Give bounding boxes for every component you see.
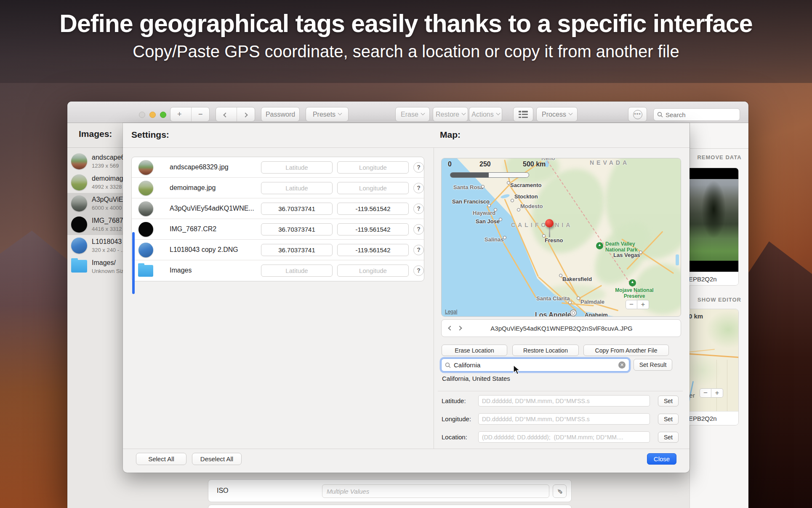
map-view[interactable]: NEVADA CALIFORNIA Reno Santa Rosa Sacram… <box>441 158 681 317</box>
current-filename: A3pQuViEy54adKQ1WNEPB2Q2nSvlF8cuvA.JPG <box>442 325 682 332</box>
city-label: Modesto <box>520 203 543 209</box>
location-entry-input[interactable] <box>478 431 650 443</box>
photo-thumbnail <box>71 195 87 211</box>
file-name: A3pQuViEy54adKQ1W <box>92 196 123 203</box>
city-dot <box>494 208 497 211</box>
deselect-all-button[interactable]: Deselect All <box>192 453 242 465</box>
chevron-down-icon <box>568 111 572 115</box>
iso-input[interactable] <box>322 484 549 498</box>
set-longitude-button[interactable]: Set <box>658 414 679 425</box>
file-name: andscape68329.jpg <box>92 154 123 161</box>
location-search-input[interactable] <box>454 361 615 369</box>
minimize-window-button[interactable] <box>149 112 156 118</box>
longitude-entry-input[interactable] <box>478 413 650 425</box>
help-button[interactable]: ? <box>413 162 424 173</box>
password-button[interactable]: Password <box>261 107 300 122</box>
help-button[interactable]: ? <box>413 183 424 193</box>
table-row[interactable]: demoimage.jpg ? <box>132 178 424 198</box>
actions-dropdown[interactable]: Actions <box>469 107 502 122</box>
longitude-input[interactable] <box>337 161 409 174</box>
toolbar-search-input[interactable] <box>666 111 736 118</box>
city-dot <box>499 218 502 221</box>
location-search-field[interactable]: ✕ <box>441 358 629 372</box>
sidebar-item-a3pquvi[interactable]: A3pQuViEy54adKQ1W 6000 x 4000 <box>67 193 123 214</box>
ellipsis-icon: ••• <box>633 110 642 119</box>
zoom-window-button[interactable] <box>160 112 166 118</box>
set-latitude-button[interactable]: Set <box>658 396 679 406</box>
latitude-input[interactable] <box>261 203 333 215</box>
latitude-label: Latitude: <box>442 397 466 404</box>
clear-search-icon[interactable]: ✕ <box>618 361 626 369</box>
process-dropdown[interactable]: Process <box>536 107 578 122</box>
city-dot <box>568 301 572 304</box>
map-scale-bar <box>450 172 529 178</box>
restore-location-button[interactable]: Restore Location <box>512 345 579 356</box>
zoom-in-button[interactable]: + <box>637 300 649 309</box>
legal-link[interactable]: Legal <box>445 309 457 315</box>
map-preview[interactable]: 0 km ier − + <box>687 309 738 411</box>
city-label: Stockton <box>514 193 538 200</box>
more-options-button[interactable]: ••• <box>628 107 647 122</box>
remove-files-button[interactable]: − <box>191 107 209 121</box>
close-button[interactable]: Close <box>647 453 676 465</box>
longitude-input[interactable] <box>337 223 409 235</box>
table-row[interactable]: A3pQuViEy54adKQ1WNE... ? <box>132 198 424 219</box>
show-editor-label[interactable]: SHOW EDITOR <box>690 297 748 303</box>
close-window-button[interactable] <box>139 112 145 118</box>
erase-dropdown[interactable]: Erase <box>395 107 430 122</box>
help-button[interactable]: ? <box>413 265 424 276</box>
edit-icon[interactable] <box>553 484 567 498</box>
file-dimensions: Unknown Size <box>92 268 123 274</box>
toolbar-search-field[interactable] <box>653 108 740 121</box>
table-row[interactable]: L1018043 copy 2.DNG ? <box>132 240 424 260</box>
sidebar-item-landscape[interactable]: andscape68329.jpg 1239 x 569 <box>67 151 123 172</box>
sidebar-item-demoimage[interactable]: demoimage.jpg 4992 x 3328 <box>67 172 123 193</box>
set-location-button[interactable]: Set <box>658 432 679 443</box>
city-label: Salinas <box>485 236 504 243</box>
add-files-button[interactable]: + <box>170 107 188 121</box>
city-dot <box>507 181 510 184</box>
longitude-input[interactable] <box>337 244 409 256</box>
metadata-list-button[interactable] <box>513 107 533 122</box>
presets-dropdown[interactable]: Presets <box>306 107 349 122</box>
latitude-input[interactable] <box>261 265 333 277</box>
latitude-input[interactable] <box>261 182 333 194</box>
restore-dropdown[interactable]: Restore <box>433 107 468 122</box>
divider <box>123 147 690 148</box>
sidebar-item-img7687[interactable]: IMG_7687.CR2 4416 x 3312 <box>67 214 123 235</box>
zoom-out-button[interactable]: − <box>700 388 711 398</box>
table-row[interactable]: IMG_7687.CR2 ? <box>132 219 424 240</box>
city-label: San Jose <box>476 218 500 225</box>
forward-button[interactable] <box>237 107 255 121</box>
table-row[interactable]: Images ? <box>132 260 424 281</box>
help-button[interactable]: ? <box>413 203 424 214</box>
longitude-input[interactable] <box>337 203 409 215</box>
zoom-in-button[interactable]: + <box>711 388 723 398</box>
park-label-line: Mojave National <box>615 287 653 293</box>
latitude-input[interactable] <box>261 244 333 256</box>
table-row[interactable]: andscape68329.jpg ? <box>132 157 424 178</box>
help-button[interactable]: ? <box>413 224 424 235</box>
search-result-text[interactable]: California, United States <box>442 375 510 382</box>
latitude-input[interactable] <box>261 223 333 235</box>
copy-from-file-button[interactable]: Copy From Another File <box>583 345 669 356</box>
city-dot <box>572 311 575 315</box>
location-pin[interactable] <box>545 219 554 238</box>
sidebar-item-images-folder[interactable]: Images/ Unknown Size <box>67 256 123 277</box>
remove-data-label[interactable]: REMOVE DATA <box>690 154 748 160</box>
file-name: Images/ <box>92 259 116 267</box>
longitude-input[interactable] <box>337 265 409 277</box>
process-label: Process <box>542 111 566 118</box>
latitude-input[interactable] <box>261 161 333 174</box>
set-result-button[interactable]: Set Result <box>634 359 672 371</box>
zoom-out-button[interactable]: − <box>626 300 637 309</box>
city-label: Los Angeles <box>535 311 575 317</box>
back-button[interactable] <box>216 107 234 121</box>
latitude-entry-input[interactable] <box>478 395 650 406</box>
select-all-button[interactable]: Select All <box>136 453 186 465</box>
longitude-input[interactable] <box>337 182 409 194</box>
fnumber-row: F Number <box>208 505 572 508</box>
erase-location-button[interactable]: Erase Location <box>442 345 507 356</box>
help-button[interactable]: ? <box>413 245 424 255</box>
sidebar-item-l1018043[interactable]: L1018043 copy 2.DNG 320 x 240 - ... <box>67 235 123 256</box>
